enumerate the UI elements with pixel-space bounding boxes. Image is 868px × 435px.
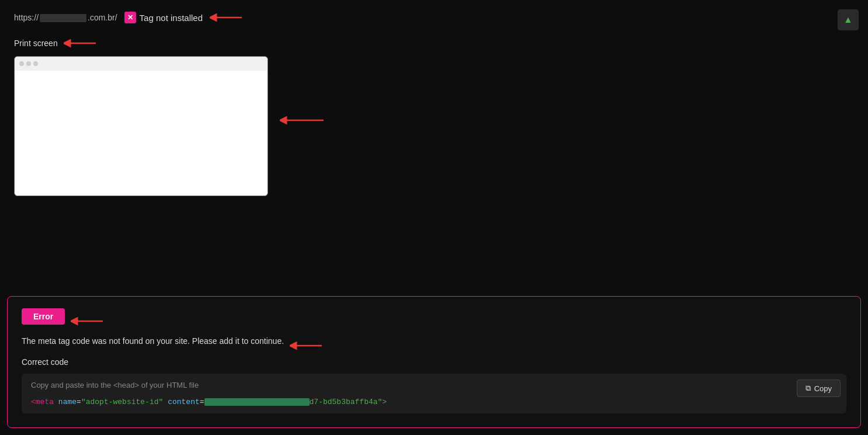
- arrow-error-message: [290, 340, 325, 352]
- copy-button-label: Copy: [814, 384, 832, 393]
- code-attr-content-label: content: [168, 398, 200, 406]
- url-row: https://.com.br/ ✕ Tag not installed: [14, 12, 854, 23]
- url-redacted: [40, 14, 86, 22]
- print-screen-label: Print screen: [14, 39, 58, 48]
- code-attr-name-label: name: [58, 398, 77, 406]
- code-tag-open: <: [31, 398, 36, 406]
- dot2: [26, 61, 31, 66]
- tag-not-installed-text: Tag not installed: [140, 13, 203, 23]
- arrow-error-badge: [71, 315, 106, 327]
- code-placeholder: Copy and paste into the <head> of your H…: [31, 381, 837, 389]
- bottom-section: Error The meta tag code was not found on…: [7, 296, 861, 428]
- arrow-tag-indicator: [210, 12, 245, 23]
- code-line: <meta name="adopt-website-id" content=d7…: [31, 398, 837, 406]
- collapse-icon: ▲: [843, 15, 853, 25]
- screenshot-body: [15, 71, 268, 196]
- screenshot-box-header: [15, 57, 268, 71]
- url-prefix: https://: [14, 13, 39, 22]
- error-message: The meta tag code was not found on your …: [22, 336, 284, 346]
- error-badge: Error: [22, 308, 65, 325]
- arrow-screenshot: [280, 114, 327, 126]
- tag-not-installed-badge: ✕ Tag not installed: [124, 12, 203, 23]
- url-text: https://.com.br/: [14, 13, 117, 22]
- code-attr-name-value: "adopt-website-id": [81, 398, 163, 406]
- copy-icon: ⧉: [805, 384, 811, 393]
- page-wrapper: https://.com.br/ ✕ Tag not installed Pri…: [0, 0, 868, 435]
- top-section: https://.com.br/ ✕ Tag not installed Pri…: [0, 0, 868, 296]
- arrow-screenshot-svg: [280, 114, 327, 126]
- url-suffix: .com.br/: [88, 13, 117, 22]
- error-badge-row: Error: [22, 308, 846, 334]
- dot1: [19, 61, 24, 66]
- dot3: [33, 61, 38, 66]
- screenshot-container: [14, 56, 854, 196]
- arrow-print-screen: [64, 37, 99, 49]
- correct-code-label: Correct code: [22, 357, 846, 367]
- code-meta-tag: meta: [36, 398, 54, 406]
- code-box: Copy and paste into the <head> of your H…: [22, 374, 846, 413]
- tag-x-icon: ✕: [124, 12, 136, 23]
- print-screen-label-row: Print screen: [14, 37, 854, 49]
- collapse-button[interactable]: ▲: [838, 9, 859, 30]
- code-content-suffix: d7-bd5b3baffb4a">: [310, 398, 387, 406]
- screenshot-box: [14, 56, 268, 196]
- copy-button[interactable]: ⧉ Copy: [797, 380, 841, 397]
- code-content-redacted: [204, 398, 310, 406]
- error-message-row: The meta tag code was not found on your …: [22, 336, 846, 355]
